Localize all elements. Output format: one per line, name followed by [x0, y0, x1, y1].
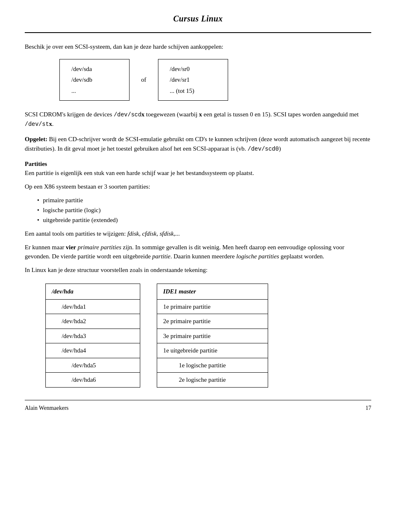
ide-right-header: IDE1 master — [157, 284, 268, 300]
partition-types-list: primaire partitie logische partitie (log… — [37, 195, 371, 225]
ide-spacer — [140, 284, 157, 388]
ide-left-row: /dev/hda4 — [46, 343, 140, 358]
tape-x-bold: x — [49, 121, 52, 127]
x86-note: Op een X86 systeem bestaan er 3 soorten … — [25, 182, 371, 192]
ide-right-row: 2e primaire partitie — [157, 314, 268, 329]
cdrom-code: /dev/scd — [114, 111, 141, 118]
scsi-sr1: /dev/sr1 — [170, 74, 216, 85]
partities-intro: Een partitie is eigenlijk een stuk van e… — [25, 170, 254, 176]
scsi-dots: ... — [71, 85, 118, 97]
opgelet-paragraph: Opgelet: Bij een CD-schrijver wordt de S… — [25, 135, 371, 154]
vier-italic: primaire partities — [78, 244, 121, 251]
intro-paragraph: Beschik je over een SCSI-systeem, dan ka… — [25, 42, 371, 52]
scsi-table-inner: /dev/sda /dev/sdb ... of /dev/sr0 /dev/s… — [59, 59, 337, 101]
scsi-sr0: /dev/sr0 — [170, 64, 216, 75]
tools-paragraph: Een aantal tools om partities te wijzige… — [25, 229, 371, 239]
opgelet-code: /dev/scd0 — [248, 146, 279, 152]
partitie-italic: partitie — [152, 253, 170, 260]
ide-left-rows: /dev/hda1 /dev/hda2 /dev/hda3 /dev/hda4 … — [46, 300, 140, 387]
cdrom-x2-bold: x — [199, 111, 202, 118]
ide-left-table: /dev/hda /dev/hda1 /dev/hda2 /dev/hda3 /… — [45, 284, 140, 388]
ide-right-row: 1e primaire partitie — [157, 300, 268, 314]
ide-left-row: /dev/hda3 — [46, 329, 140, 344]
bottom-divider — [25, 400, 371, 400]
tools-text: Een aantal tools om partities te wijzige… — [25, 230, 127, 237]
scsi-connector: of — [130, 59, 158, 101]
opgelet-label: Opgelet: — [25, 136, 47, 142]
scsi-right-col: /dev/sr0 /dev/sr1 ... (tot 15) — [158, 59, 228, 101]
page-number: 17 — [365, 404, 371, 412]
ide-left-row: /dev/hda1 — [46, 300, 140, 314]
ide-left-row: /dev/hda2 — [46, 314, 140, 329]
tools-names: fdisk, cfdisk, sfdisk,... — [127, 230, 180, 237]
linux-tekening-text: In Linux kan je deze structuur voorstell… — [25, 265, 371, 275]
partities-title-paragraph: Partities Een partitie is eigenlijk een … — [25, 159, 371, 178]
ide-right-row: 1e uitgebreide partitie — [157, 343, 268, 358]
vier-paragraph: Er kunnen maar vier primaire partities z… — [25, 243, 371, 261]
list-item: primaire partitie — [37, 195, 371, 205]
list-item: logische partitie (logic) — [37, 205, 371, 215]
scsi-device-table: /dev/sda /dev/sdb ... of /dev/sr0 /dev/s… — [59, 59, 337, 101]
ide-right-row: 3e primaire partitie — [157, 329, 268, 344]
ide-diagram: /dev/hda /dev/hda1 /dev/hda2 /dev/hda3 /… — [45, 284, 350, 388]
list-item: uitgebreide partitie (extended) — [37, 215, 371, 225]
page: Cursus Linux Beschik je over een SCSI-sy… — [0, 0, 396, 532]
scsi-sda: /dev/sda — [71, 64, 118, 75]
footer: Alain Wenmaekers 17 — [25, 404, 371, 412]
ide-left-row: /dev/hda6 — [46, 373, 140, 387]
ide-right-row: 1e logische partitie — [157, 358, 268, 373]
ide-left-header: /dev/hda — [46, 284, 140, 300]
scsi-sdb: /dev/sdb — [71, 74, 118, 85]
cdrom-x-bold: x — [141, 111, 145, 118]
scsi-tot15: ... (tot 15) — [170, 85, 216, 97]
vier-bold: vier — [66, 244, 76, 251]
scsi-left-col: /dev/sda /dev/sdb ... — [59, 59, 130, 101]
page-title: Cursus Linux — [25, 12, 371, 25]
top-divider — [25, 32, 371, 33]
ide-left-row: /dev/hda5 — [46, 358, 140, 373]
tape-code: /dev/st — [25, 121, 49, 128]
partities-title: Partities — [25, 161, 47, 167]
ide-right-row: 2e logische partitie — [157, 373, 268, 387]
logische-partities-italic: logische partities — [236, 253, 279, 260]
ide-right-table: IDE1 master 1e primaire partitie 2e prim… — [157, 284, 268, 388]
cdrom-note: SCSI CDROM's krijgen de devices /dev/scd… — [25, 110, 371, 129]
author-name: Alain Wenmaekers — [25, 404, 68, 412]
